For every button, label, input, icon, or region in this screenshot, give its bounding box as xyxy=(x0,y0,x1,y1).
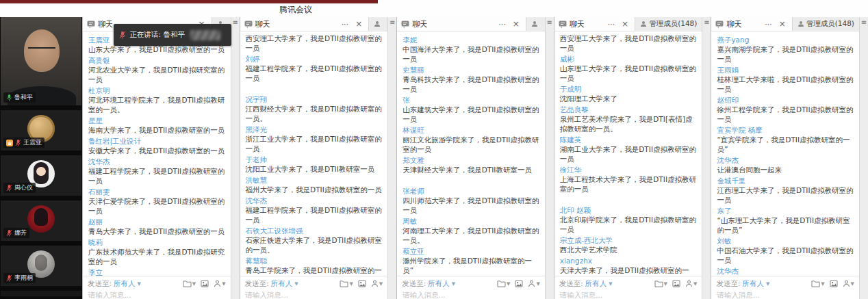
members-icon xyxy=(531,21,538,27)
video-tile[interactable]: 娜芳 xyxy=(1,200,81,241)
message-sender: 郑文雅 xyxy=(403,155,539,165)
more-button[interactable]: ··· xyxy=(340,17,351,31)
message-sender: 刘敏 xyxy=(717,236,854,246)
chevron-down-icon[interactable]: ▼ xyxy=(766,281,769,287)
more-button[interactable]: ··· xyxy=(763,17,774,31)
screenshot-button[interactable] xyxy=(515,280,523,287)
panel-title: 聊天 xyxy=(570,19,585,29)
message-input[interactable]: 请输入消息... xyxy=(83,291,231,299)
video-tile-speaker[interactable]: 鲁和平 xyxy=(1,17,81,105)
message-input[interactable]: 请输入消息... xyxy=(711,291,859,299)
close-icon[interactable]: × xyxy=(511,17,522,31)
tab-manage-members[interactable] xyxy=(368,17,387,31)
message-text: 福建工程学院来了，我是DTII虚拟教研室的一员 xyxy=(88,166,225,185)
message-input[interactable]: 请输入消息... xyxy=(240,291,388,299)
message-text: 福建工程学院来了，我是DTII虚拟教研室的一员 xyxy=(246,205,383,224)
folder-button[interactable]: ▼ xyxy=(811,280,824,287)
message-sender: 于成明 xyxy=(560,84,697,94)
message-text: 海南大学来了，我是DTII虚拟教研室的一员 xyxy=(88,125,225,135)
mic-muted-icon xyxy=(6,184,12,192)
panel-collapse-handle[interactable]: ≡ xyxy=(231,17,240,299)
message-text: 沈阳理工大学来了 xyxy=(560,94,697,103)
folder-button[interactable]: ▼ xyxy=(183,280,196,287)
tab-manage-members[interactable] xyxy=(526,17,545,31)
mention-member-button[interactable]: ▼ xyxy=(685,280,697,287)
hand-raise-icon xyxy=(6,140,13,146)
chevron-down-icon[interactable]: ▼ xyxy=(452,281,455,287)
mention-member-button[interactable]: ▼ xyxy=(528,280,539,287)
folder-icon xyxy=(340,280,348,287)
video-tile[interactable]: 李雨桐 xyxy=(1,246,81,286)
chevron-down-icon[interactable]: ▼ xyxy=(138,281,141,287)
message-list[interactable]: 西安理工大学来了，我是DTII虚拟教研室的一员威彬山东理工大学来了，我是DTII… xyxy=(554,31,702,276)
folder-button[interactable]: ▼ xyxy=(497,280,510,287)
participant-name: 鲁和平 xyxy=(14,93,33,102)
message-text: 徐州工程学院来了，我是DTII虚拟教研室的一员 xyxy=(717,105,854,124)
message-text: 江西财经大学来了，我是DTII虚拟教研室的一员。 xyxy=(246,104,383,123)
tab-chat[interactable]: 聊天 ··· × xyxy=(711,17,791,31)
chat-panel-4: 聊天 ··· × 管理成员(148) 西安理工大学来了，我是DTII虚拟教研室的… xyxy=(554,17,711,299)
speaking-banner: 正在讲话: 鲁和平 xyxy=(114,24,231,46)
screenshot-button[interactable] xyxy=(672,280,680,287)
tab-manage-members[interactable]: 管理成员(148) xyxy=(635,17,702,31)
folder-button[interactable]: ▼ xyxy=(654,280,667,287)
message-text: 泉州工艺美术学院来了，我是DTI[表情]虚拟教研室的一员。 xyxy=(560,114,697,133)
tab-manage-members[interactable]: 管理成员(148) xyxy=(792,17,859,31)
message-text: 四川师范大学来了，我是DTII虚拟教研室的一员 xyxy=(403,196,539,215)
tab-chat[interactable]: 聊天 ··· × xyxy=(554,17,635,31)
chevron-down-icon[interactable]: ▼ xyxy=(294,281,298,287)
main-area: 鲁和平 王震亚 周心仪 xyxy=(0,17,868,299)
video-tile[interactable]: 王震亚 xyxy=(1,110,81,151)
participant-name: 娜芳 xyxy=(14,229,27,237)
message-list[interactable]: 李妮中国海洋大学来了，我是DTII虚拟教研室的一员史慧丽青岛科技大学来了，我是D… xyxy=(397,31,545,276)
app-title: 腾讯会议 xyxy=(279,4,312,16)
message-sender: 宗立成-西北大学 xyxy=(560,235,697,245)
message-text: 广东技术师范大学来了，我是DTII虚拟研究室的一员 xyxy=(88,247,225,266)
message-list[interactable]: 王震亚山东大学来了，我是DTII虚拟教研室的一员高贵银河北农业大学来了，我是DT… xyxy=(83,31,231,276)
message-text: 石家庄铁道大学来了，我是DTII虚拟教研室的一员。 xyxy=(246,235,383,255)
folder-button[interactable]: ▼ xyxy=(340,280,353,287)
message-sender: 燕子yang xyxy=(717,35,854,44)
message-text: 青岛科技大学来了，我是DTII虚拟教研室的一员 xyxy=(403,75,539,94)
send-to-dropdown[interactable]: 所有人 xyxy=(271,279,293,289)
person-icon xyxy=(685,280,693,287)
close-icon[interactable]: × xyxy=(777,17,788,31)
mention-member-button[interactable]: ▼ xyxy=(214,280,225,287)
more-button[interactable]: ··· xyxy=(606,17,617,31)
participant-name: 周心仪 xyxy=(14,183,33,192)
panel-collapse-handle[interactable]: ≡ xyxy=(545,17,554,299)
message-input[interactable]: 请输入消息... xyxy=(397,291,545,299)
message-list[interactable]: 西安理工大学来了，我是DTII虚拟教研室的一员刘婷福建工程学院来了，我是DTII… xyxy=(240,31,388,276)
tab-chat[interactable]: 聊天 ··· × xyxy=(397,17,526,31)
panel-collapse-handle[interactable]: ≡ xyxy=(387,17,396,299)
message-list[interactable]: 燕子yang嘉兴南湖学院来了，我是DTII虚拟教研室的一员王雨娟桂林理工大学来啦… xyxy=(711,31,859,276)
send-to-dropdown[interactable]: 所有人 xyxy=(742,279,764,289)
screenshot-button[interactable] xyxy=(201,280,209,287)
message-text: “宜宾学院来了，我是DTII虚拟教研室的一员” xyxy=(717,135,854,154)
message-input[interactable]: 请输入消息... xyxy=(554,291,702,299)
mention-member-button[interactable]: ▼ xyxy=(371,280,383,287)
send-to-dropdown[interactable]: 所有人 xyxy=(114,279,136,289)
close-icon[interactable]: × xyxy=(620,17,630,31)
send-to-dropdown[interactable]: 所有人 xyxy=(585,279,607,289)
panel-collapse-handle[interactable]: ≡ xyxy=(702,17,711,299)
message-sender: 东了 xyxy=(717,206,854,216)
screenshot-button[interactable] xyxy=(358,280,366,287)
members-icon xyxy=(374,21,381,27)
video-tile-partial[interactable] xyxy=(1,291,81,296)
message-sender: 周敏 xyxy=(403,216,539,226)
blurred-names xyxy=(190,30,220,40)
message-text: 安徽大学来了，我是DTII虚拟教研室的一员 xyxy=(88,146,225,155)
message-sender: 艺品良黎 xyxy=(560,105,697,114)
screenshot-button[interactable] xyxy=(830,280,838,287)
mention-member-button[interactable]: ▼ xyxy=(843,280,854,287)
video-tile[interactable]: 周心仪 xyxy=(1,155,81,196)
chevron-down-icon[interactable]: ▼ xyxy=(609,281,612,287)
send-to-dropdown[interactable]: 所有人 xyxy=(428,279,450,289)
more-button[interactable]: ··· xyxy=(496,17,508,31)
chat-panel-5: 聊天 ··· × 管理成员(148) 燕子yang嘉兴南湖学院来了，我是DTII… xyxy=(711,17,868,299)
panel-collapse-handle[interactable]: ≡ xyxy=(859,17,868,299)
message-text: “山东理工大学来了，我是DTII虚拟教研室的一员” xyxy=(717,216,854,235)
close-icon[interactable]: × xyxy=(353,17,364,31)
tab-chat[interactable]: 聊天 ··· × xyxy=(240,17,369,31)
